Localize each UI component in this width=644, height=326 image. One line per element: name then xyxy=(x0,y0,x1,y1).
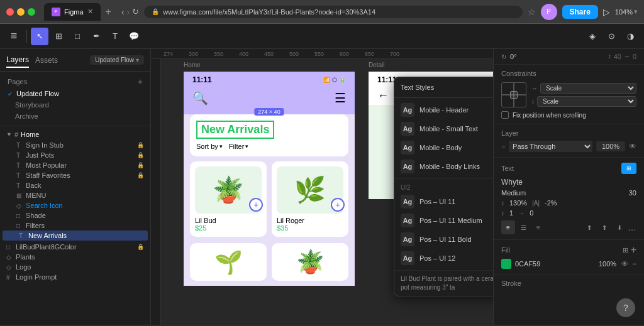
layer-home-section[interactable]: ▼ # Home xyxy=(0,129,150,140)
new-arrivals-title: New Arrivals xyxy=(201,123,269,136)
figma-menu-button[interactable]: ≡ xyxy=(5,28,23,45)
visibility-toggle[interactable]: 👁 xyxy=(629,142,636,151)
back-button[interactable]: ‹ xyxy=(121,7,125,17)
fill-color-swatch[interactable] xyxy=(501,259,511,269)
pen-tool[interactable]: ✒ xyxy=(87,28,105,45)
flow-tab[interactable]: Updated Flow ▾ xyxy=(90,55,144,65)
layer-new-arrivals[interactable]: T New Arrivals xyxy=(3,231,148,241)
share-button[interactable]: Share xyxy=(562,5,598,19)
profile-avatar[interactable]: P xyxy=(541,4,557,20)
tab-assets[interactable]: Assets xyxy=(35,53,58,67)
align-top-button[interactable]: ⬆ xyxy=(582,220,596,234)
fill-add-button[interactable]: + xyxy=(631,245,636,255)
forward-button[interactable]: › xyxy=(127,7,130,17)
plant-add-lil-roger[interactable]: + xyxy=(331,198,345,212)
align-middle-button[interactable]: ⬆ xyxy=(597,220,611,234)
new-arrivals-box[interactable]: New Arrivals xyxy=(196,121,274,139)
new-tab-button[interactable]: + xyxy=(103,3,114,21)
layer-back[interactable]: T Back xyxy=(0,180,150,190)
opacity-input[interactable] xyxy=(596,141,625,151)
constraint-h-select[interactable]: Scale Left Right Left & Right Center xyxy=(540,83,636,94)
layer-logo[interactable]: ◇ Logo xyxy=(0,262,150,272)
text-more-button[interactable]: … xyxy=(628,222,636,232)
ts-ag-icon-4: Ag xyxy=(401,160,414,173)
layer-plants[interactable]: ◇ Plants xyxy=(0,252,150,262)
constraints-section: Constraints ↔ Scale Left Right L xyxy=(494,65,644,124)
frame-tool[interactable]: ⊞ xyxy=(50,28,67,45)
comment-tool[interactable]: 💬 xyxy=(125,28,143,45)
ts-item-mobile-body[interactable]: Ag Mobile - Body xyxy=(394,138,493,157)
filter-button[interactable]: Filter ▾ xyxy=(229,143,248,150)
traffic-light-red[interactable] xyxy=(6,8,14,16)
letter-spacing: -2% xyxy=(545,199,557,207)
page-item-storyboard[interactable]: Storyboard xyxy=(0,99,150,111)
ts-item-ui11-medium[interactable]: Ag Pos – UI 11 Medium xyxy=(394,211,493,230)
active-tab[interactable]: F Figma ✕ xyxy=(44,3,101,21)
traffic-light-yellow[interactable] xyxy=(17,8,25,16)
ts-ag-icon-3: Ag xyxy=(401,141,414,155)
layer-login-prompt[interactable]: # Login Prompt xyxy=(0,272,150,282)
layer-search-icon[interactable]: ◇ Search Icon xyxy=(0,200,150,210)
align-right-button[interactable]: ≡ xyxy=(531,220,545,234)
layer-staff-fav[interactable]: T Staff Favorites 🔒 xyxy=(0,170,150,180)
ts-item-name: Mobile - Header xyxy=(419,106,469,114)
layer-lil-bud-plant[interactable]: □ LilBudPlant8GColor 🔒 xyxy=(0,242,150,252)
layer-shade[interactable]: □ Shade xyxy=(0,210,150,220)
text-tool[interactable]: T xyxy=(106,28,124,45)
tab-close-icon[interactable]: ✕ xyxy=(87,8,93,16)
ts-section-ui2-label: UI2 xyxy=(394,182,493,192)
present-button[interactable]: ▷ xyxy=(603,7,610,17)
blend-mode-select[interactable]: Pass Through Normal Multiply xyxy=(509,141,592,152)
add-page-button[interactable]: + xyxy=(138,77,143,87)
plant-card-3[interactable]: 🌱 xyxy=(190,243,267,281)
ts-item-mobile-header[interactable]: Ag Mobile - Header xyxy=(394,101,493,119)
page-item-updated-flow[interactable]: ✓ Updated Flow xyxy=(0,88,150,99)
ts-item-mobile-small[interactable]: Ag Mobile - Small Text xyxy=(394,119,493,138)
ts-item-ui11-bold[interactable]: Ag Pos – UI 11 Bold xyxy=(394,230,493,249)
fill-eye-button[interactable]: 👁 xyxy=(621,260,628,268)
home-frame[interactable]: 11:11 📶⬡🔋 🔍 ☰ 274 × 40 New Arrivals xyxy=(184,72,355,286)
fill-header-row: Fill ⊞ + xyxy=(501,245,636,255)
sort-by-button[interactable]: Sort by ▾ xyxy=(196,143,223,150)
home-menu-icon[interactable]: ☰ xyxy=(335,90,346,106)
address-bar[interactable]: 🔒 www.figma.com/file/x5MuLtIPlaY3r/Lil-B… xyxy=(144,6,522,18)
ts-item-ui12[interactable]: Ag Pos – UI 12 xyxy=(394,249,493,268)
align-bottom-button[interactable]: ⬇ xyxy=(613,220,626,234)
layer-just-pots[interactable]: T Just Pots 🔒 xyxy=(0,150,150,160)
asset-tool[interactable]: ⊙ xyxy=(602,28,620,45)
layer-filters[interactable]: □ Filters xyxy=(0,220,150,231)
tab-layers[interactable]: Layers xyxy=(6,53,29,68)
refresh-button[interactable]: ↻ xyxy=(132,7,139,16)
ts-item-ui11[interactable]: Ag Pos – UI 11 xyxy=(394,192,493,211)
constraint-v-select[interactable]: Scale Top Bottom Top & Bottom Center xyxy=(537,96,636,107)
bookmark-button[interactable]: ☆ xyxy=(528,7,536,17)
line-height: 130% xyxy=(509,199,527,207)
fix-scroll-checkbox[interactable] xyxy=(501,111,509,119)
traffic-light-green[interactable] xyxy=(28,8,35,16)
fill-remove-button[interactable]: − xyxy=(632,259,636,268)
cursor-tool[interactable]: ↖ xyxy=(31,28,48,45)
plant-add-lil-bud[interactable]: + xyxy=(249,198,263,212)
plant-card-4[interactable]: 🪴 xyxy=(272,243,348,281)
text-style-link-button[interactable]: ⊞ xyxy=(621,163,636,174)
shape-tool[interactable]: □ xyxy=(69,28,86,45)
home-search-icon[interactable]: 🔍 xyxy=(192,90,208,106)
plant-price-lil-bud: $25 xyxy=(195,224,262,232)
align-left-button[interactable]: ≡ xyxy=(501,220,515,234)
nav-controls: ‹ › ↻ xyxy=(121,7,139,17)
fix-scroll-row: Fix position when scrolling xyxy=(501,111,636,119)
ts-item-mobile-body-links[interactable]: Ag Mobile - Body Links xyxy=(394,157,493,176)
help-button[interactable]: ? xyxy=(616,298,635,317)
plant-card-lil-roger[interactable]: 🌿 + Lil Roger $35 xyxy=(272,161,348,237)
fill-grid-button[interactable]: ⊞ xyxy=(623,245,628,255)
ts-item-name-6: Pos – UI 11 Medium xyxy=(419,217,482,224)
component-tool[interactable]: ◈ xyxy=(584,28,601,45)
page-item-archive[interactable]: Archive xyxy=(0,111,150,122)
dark-mode-tool[interactable]: ◑ xyxy=(621,28,639,45)
plant-card-lil-bud[interactable]: 🪴 + Lil Bud $25 xyxy=(190,161,267,237)
fill-label: Fill xyxy=(501,246,510,254)
layer-menu[interactable]: ⊞ MENU xyxy=(0,190,150,200)
align-center-button[interactable]: ☰ xyxy=(516,220,530,234)
layer-sign-in[interactable]: T Sign In Stub 🔒 xyxy=(0,140,150,150)
layer-most-popular[interactable]: T Most Popular 🔒 xyxy=(0,160,150,170)
